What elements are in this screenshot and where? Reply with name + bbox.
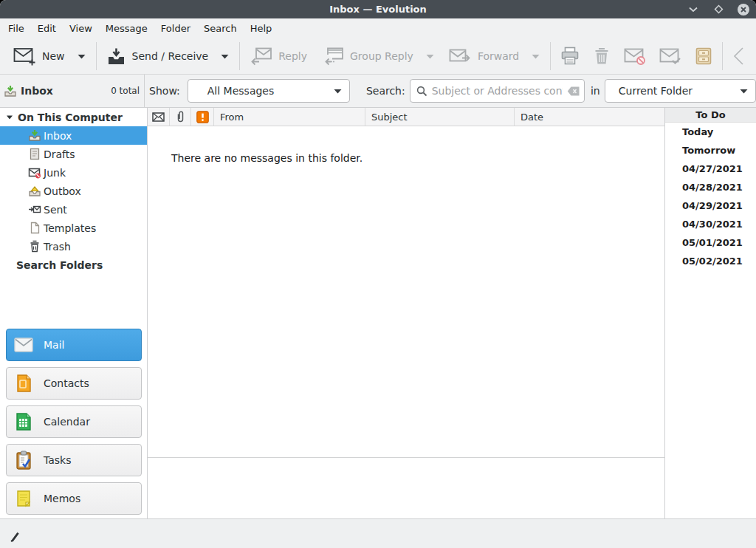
archive-icon xyxy=(695,47,712,66)
delete-button[interactable] xyxy=(586,41,617,71)
toolbar-separator xyxy=(96,42,97,70)
todo-row-date[interactable]: 04/28/2021 xyxy=(665,178,756,196)
search-folders-label: Search Folders xyxy=(16,259,103,271)
show-filter-dropdown[interactable]: All Messages xyxy=(188,79,350,103)
sidebar-folder-outbox[interactable]: Outbox xyxy=(0,182,147,200)
print-icon xyxy=(560,47,580,66)
inbox-icon xyxy=(4,85,17,97)
window-title: Inbox — Evolution xyxy=(329,4,427,15)
menu-search[interactable]: Search xyxy=(197,20,244,37)
account-on-this-computer[interactable]: On This Computer xyxy=(0,108,147,126)
todo-row-date[interactable]: 04/29/2021 xyxy=(665,196,756,215)
menu-folder[interactable]: Folder xyxy=(154,20,197,37)
sidebar-folder-trash[interactable]: Trash xyxy=(0,237,147,256)
menu-view[interactable]: View xyxy=(63,20,99,37)
search-folders-section[interactable]: Search Folders xyxy=(0,256,147,274)
trash-icon xyxy=(28,241,41,253)
switcher-tasks-button[interactable]: Tasks xyxy=(6,444,142,476)
column-message-status[interactable] xyxy=(148,108,170,126)
back-button[interactable] xyxy=(726,41,751,71)
column-attachment[interactable] xyxy=(170,108,191,126)
search-label: Search: xyxy=(366,85,405,97)
in-label: in xyxy=(591,85,600,97)
new-button-label: New xyxy=(42,50,65,62)
switcher-memos-button[interactable]: Memos xyxy=(6,482,142,515)
switcher-contacts-button[interactable]: Contacts xyxy=(6,367,142,400)
send-receive-button[interactable]: Send / Receive xyxy=(100,41,237,71)
send-receive-label: Send / Receive xyxy=(132,50,209,62)
main-area: On This Computer Inbox Drafts Junk xyxy=(0,108,756,518)
menu-file[interactable]: File xyxy=(1,20,31,37)
minimize-icon[interactable] xyxy=(687,3,700,16)
titlebar[interactable]: Inbox — Evolution xyxy=(0,0,756,18)
column-date[interactable]: Date xyxy=(515,108,664,126)
forward-button[interactable]: Forward xyxy=(441,41,547,71)
search-box xyxy=(410,79,585,103)
outbox-icon xyxy=(28,185,41,197)
todo-row-date[interactable]: 05/02/2021 xyxy=(665,252,756,270)
templates-icon xyxy=(28,222,41,234)
forward-label: Forward xyxy=(478,50,519,62)
preview-pane-splitter[interactable] xyxy=(148,457,664,458)
menu-message[interactable]: Message xyxy=(99,20,154,37)
todo-row-date[interactable]: 05/01/2021 xyxy=(665,233,756,252)
search-scope-dropdown[interactable]: Current Folder xyxy=(605,79,756,103)
message-list-pane: From Subject Date There are no messages … xyxy=(148,108,664,518)
evolution-window: Inbox — Evolution File Edit View Message… xyxy=(0,0,756,548)
message-count: 0 total xyxy=(111,86,140,96)
contacts-icon xyxy=(14,374,33,393)
switcher-label: Memos xyxy=(44,493,80,504)
column-subject[interactable]: Subject xyxy=(365,108,515,126)
calendar-icon xyxy=(14,412,33,431)
todo-row-date[interactable]: 04/27/2021 xyxy=(665,160,756,178)
archive-button[interactable] xyxy=(688,41,719,71)
tasks-icon xyxy=(14,451,33,470)
column-important[interactable] xyxy=(191,108,214,126)
junk-button[interactable] xyxy=(617,41,653,71)
folder-label: Trash xyxy=(44,241,71,253)
chevron-down-icon xyxy=(334,89,342,94)
menu-help[interactable]: Help xyxy=(244,20,279,37)
todo-row-tomorrow[interactable]: Tomorrow xyxy=(665,141,756,160)
current-folder-name: Inbox xyxy=(21,85,53,97)
send-receive-dropdown-icon[interactable] xyxy=(221,54,229,59)
forward-icon xyxy=(449,47,471,66)
not-junk-button[interactable] xyxy=(653,41,688,71)
group-reply-button[interactable]: Group Reply xyxy=(315,41,441,71)
sidebar-folder-inbox[interactable]: Inbox xyxy=(0,126,147,145)
todo-row-date[interactable]: 04/30/2021 xyxy=(665,215,756,233)
sent-icon xyxy=(28,204,41,216)
empty-folder-message: There are no messages in this folder. xyxy=(171,152,362,164)
group-reply-dropdown-icon[interactable] xyxy=(426,54,434,59)
trash-icon xyxy=(593,47,611,66)
new-mail-icon xyxy=(13,47,35,66)
search-input[interactable] xyxy=(432,85,563,97)
show-label: Show: xyxy=(149,85,180,97)
forward-dropdown-icon[interactable] xyxy=(532,54,540,59)
group-reply-icon xyxy=(322,47,343,66)
new-message-button[interactable]: New xyxy=(6,41,93,71)
sidebar-folder-junk[interactable]: Junk xyxy=(0,163,147,182)
clear-search-icon[interactable] xyxy=(567,86,580,96)
column-from[interactable]: From xyxy=(214,108,365,126)
switcher-calendar-button[interactable]: Calendar xyxy=(6,405,142,438)
component-switcher: Mail Contacts Calendar xyxy=(6,329,142,515)
sidebar-folder-sent[interactable]: Sent xyxy=(0,200,147,219)
maximize-icon[interactable] xyxy=(712,3,725,16)
new-dropdown-icon[interactable] xyxy=(78,54,86,59)
menu-edit[interactable]: Edit xyxy=(31,20,63,37)
folder-label: Outbox xyxy=(44,185,81,197)
reply-button[interactable]: Reply xyxy=(243,41,315,71)
show-filter-value: All Messages xyxy=(207,85,274,97)
toolbar: New Send / Receive Reply Gr xyxy=(0,38,756,75)
print-button[interactable] xyxy=(554,41,586,71)
close-icon[interactable] xyxy=(737,3,750,16)
switcher-mail-button[interactable]: Mail xyxy=(6,329,142,361)
junk-icon xyxy=(28,167,41,179)
message-list-header: From Subject Date xyxy=(148,108,664,126)
folder-label: Templates xyxy=(44,222,96,234)
sidebar-folder-drafts[interactable]: Drafts xyxy=(0,145,147,163)
expander-icon[interactable] xyxy=(6,114,13,121)
todo-row-today[interactable]: Today xyxy=(665,123,756,141)
sidebar-folder-templates[interactable]: Templates xyxy=(0,219,147,237)
